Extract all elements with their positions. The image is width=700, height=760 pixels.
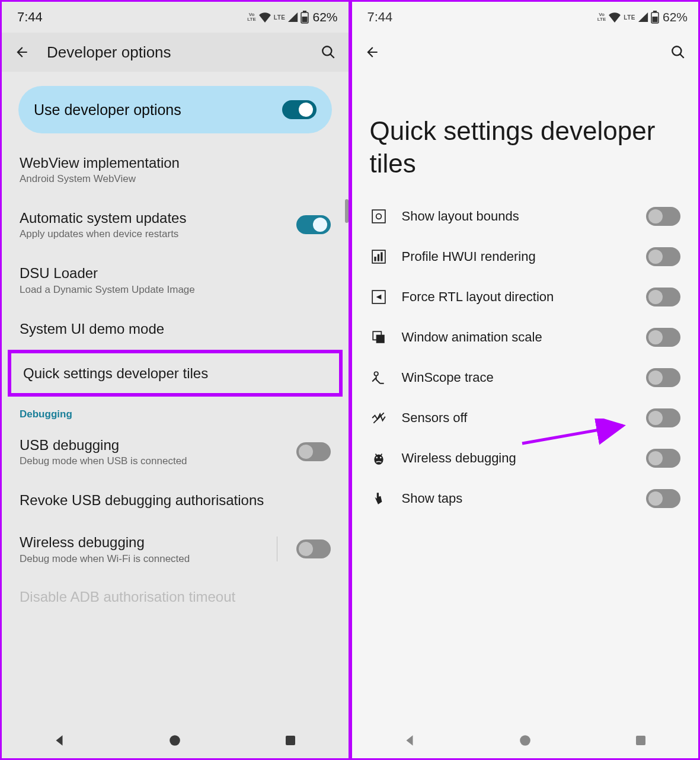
svg-point-3 <box>322 46 331 55</box>
svg-line-4 <box>330 54 334 58</box>
status-icons: Vo LTE LTE 62% <box>597 10 688 24</box>
battery-icon <box>651 11 659 24</box>
window-animation-icon <box>370 328 388 346</box>
tile-toggle[interactable] <box>646 288 680 306</box>
dsu-loader-row[interactable]: DSU Loader Load a Dynamic System Update … <box>2 252 349 307</box>
webview-row[interactable]: WebView implementation Android System We… <box>2 142 349 197</box>
tile-profile-hwui[interactable]: Profile HWUI rendering <box>352 237 699 277</box>
svg-line-11 <box>680 54 684 58</box>
wifi-icon <box>258 12 271 23</box>
auto-updates-toggle[interactable] <box>296 215 331 234</box>
use-dev-options-toggle[interactable] <box>282 100 317 119</box>
tile-toggle[interactable] <box>646 408 680 427</box>
wireless-debugging-toggle[interactable] <box>296 539 331 558</box>
row-title: USB debugging <box>20 436 286 454</box>
search-button[interactable] <box>312 36 345 69</box>
nav-back[interactable] <box>386 734 433 747</box>
svg-point-29 <box>520 735 530 746</box>
app-bar: Developer options <box>2 33 349 72</box>
tile-label: Sensors off <box>402 410 632 426</box>
row-title: Automatic system updates <box>20 209 286 227</box>
row-title: System UI demo mode <box>20 320 331 338</box>
tile-toggle[interactable] <box>646 207 680 226</box>
svg-rect-16 <box>377 254 379 261</box>
svg-point-5 <box>170 735 180 746</box>
quick-settings-tiles-row[interactable]: Quick settings developer tiles <box>11 353 339 393</box>
profile-hwui-icon <box>370 248 388 266</box>
svg-line-22 <box>373 413 383 423</box>
svg-point-10 <box>672 46 681 55</box>
back-button[interactable] <box>356 36 389 69</box>
tile-toggle[interactable] <box>646 489 680 508</box>
row-title: Revoke USB debugging authorisations <box>20 491 331 509</box>
row-sub: Android System WebView <box>20 173 331 185</box>
nav-recents[interactable] <box>267 735 314 746</box>
svg-rect-15 <box>374 257 376 261</box>
svg-rect-8 <box>653 11 657 12</box>
tile-label: Show taps <box>402 491 632 506</box>
nav-home[interactable] <box>501 734 549 747</box>
tile-label: Profile HWUI rendering <box>402 249 632 264</box>
tile-sensors-off[interactable]: Sensors off <box>352 398 699 438</box>
tile-label: Force RTL layout direction <box>402 289 632 305</box>
svg-point-26 <box>376 457 378 459</box>
tile-toggle[interactable] <box>646 328 680 347</box>
search-button[interactable] <box>661 36 695 69</box>
nav-bar <box>352 723 699 758</box>
back-button[interactable] <box>5 36 39 69</box>
nav-home[interactable] <box>151 734 199 747</box>
layout-bounds-icon <box>370 207 388 225</box>
svg-rect-1 <box>303 11 306 12</box>
row-title: Wireless debugging <box>20 533 266 551</box>
tile-toggle[interactable] <box>646 247 680 266</box>
svg-point-13 <box>376 214 381 219</box>
system-ui-demo-row[interactable]: System UI demo mode <box>2 308 349 350</box>
lte-label: LTE <box>274 14 286 21</box>
force-rtl-icon <box>370 288 388 306</box>
usb-debugging-row[interactable]: USB debugging Debug mode when USB is con… <box>2 424 349 479</box>
tile-toggle[interactable] <box>646 449 680 468</box>
tile-label: Show layout bounds <box>402 209 632 224</box>
nav-recents[interactable] <box>617 735 664 746</box>
disable-adb-row[interactable]: Disable ADB authorisation timeout <box>2 577 349 608</box>
svg-rect-30 <box>636 736 645 745</box>
tile-toggle[interactable] <box>646 368 680 387</box>
show-taps-icon <box>370 490 388 507</box>
auto-updates-row[interactable]: Automatic system updates Apply updates w… <box>2 197 349 252</box>
tile-label: Wireless debugging <box>402 451 632 466</box>
row-sub: Debug mode when Wi-Fi is connected <box>20 553 266 565</box>
revoke-usb-row[interactable]: Revoke USB debugging authorisations <box>2 479 349 521</box>
lte-label: LTE <box>624 14 635 21</box>
tile-show-taps[interactable]: Show taps <box>352 478 699 519</box>
svg-rect-12 <box>372 210 385 223</box>
usb-debugging-toggle[interactable] <box>296 442 331 461</box>
wireless-debugging-icon <box>370 449 388 467</box>
svg-rect-2 <box>302 17 308 23</box>
signal-icon <box>638 12 648 23</box>
scroll-indicator <box>345 199 349 223</box>
tile-winscope[interactable]: WinScope trace <box>352 357 699 398</box>
use-dev-options-row[interactable]: Use developer options <box>18 86 332 133</box>
status-bar: 7:44 Vo LTE LTE 62% <box>352 2 699 33</box>
svg-rect-17 <box>381 252 382 261</box>
nav-bar <box>2 723 349 758</box>
tile-layout-bounds[interactable]: Show layout bounds <box>352 196 699 237</box>
page-title: Quick settings developer tiles <box>352 72 699 196</box>
svg-rect-9 <box>652 17 657 23</box>
scroll-area[interactable]: Quick settings developer tiles Show layo… <box>352 72 699 723</box>
row-sub: Apply updates when device restarts <box>20 228 286 240</box>
row-title: WebView implementation <box>20 154 331 172</box>
tile-window-animation[interactable]: Window animation scale <box>352 317 699 357</box>
status-time: 7:44 <box>367 9 393 25</box>
volte-icon: Vo LTE <box>597 12 606 22</box>
tile-force-rtl[interactable]: Force RTL layout direction <box>352 277 699 317</box>
scroll-area[interactable]: Use developer options WebView implementa… <box>2 72 349 723</box>
wireless-debugging-row[interactable]: Wireless debugging Debug mode when Wi-Fi… <box>2 521 349 576</box>
battery-icon <box>301 11 309 24</box>
row-title: DSU Loader <box>20 264 331 282</box>
tile-wireless-debugging[interactable]: Wireless debugging <box>352 438 699 478</box>
row-sub: Load a Dynamic System Update Image <box>20 284 331 296</box>
app-bar <box>352 33 699 72</box>
debugging-header: Debugging <box>2 397 349 424</box>
nav-back[interactable] <box>36 734 83 747</box>
